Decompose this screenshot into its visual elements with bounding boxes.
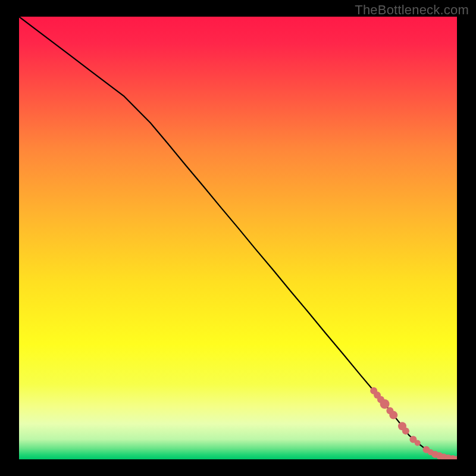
- data-marker: [415, 440, 421, 446]
- data-marker: [402, 427, 409, 434]
- chart-stage: TheBottleneck.com: [0, 0, 476, 476]
- gradient-background: [19, 17, 457, 459]
- data-marker: [453, 456, 461, 463]
- data-marker: [389, 411, 397, 419]
- watermark-text: TheBottleneck.com: [355, 2, 469, 18]
- data-marker: [380, 399, 390, 409]
- chart-svg: [0, 0, 476, 476]
